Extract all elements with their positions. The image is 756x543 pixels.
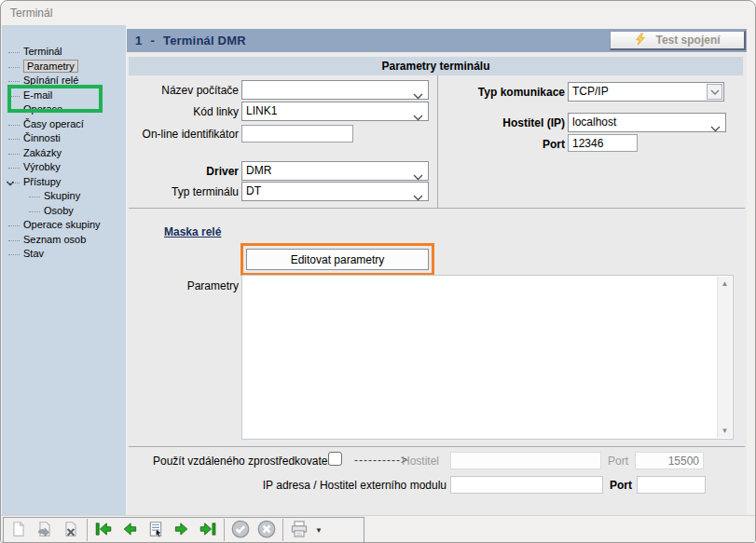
orange-highlight-annotation: Editovat parametry	[241, 243, 434, 276]
use-remote-broker-label: Použít vzdáleného zprostředkovatele	[153, 454, 324, 468]
tree-dots	[8, 183, 20, 183]
record-title: Terminál DMR	[163, 34, 246, 48]
tree-dots	[29, 211, 40, 212]
driver-combobox[interactable]: DMR	[241, 161, 429, 181]
parameters-panel: Parametry terminálu Název počítače Kód l…	[127, 52, 747, 515]
sidebar-item-stav[interactable]: Stav	[2, 247, 126, 262]
tree-dots	[8, 67, 20, 68]
toolbar-separator	[282, 519, 283, 541]
remote-host-label: Hostitel	[397, 454, 439, 468]
sidebar-item-terminal[interactable]: Terminál	[2, 45, 126, 60]
selected-item-label: Parametry	[23, 60, 78, 73]
edit-record-button[interactable]	[32, 519, 58, 541]
page-x-icon	[62, 521, 79, 540]
sidebar-item-email[interactable]: E-mail	[2, 88, 126, 103]
computer-name-label: Název počítače	[127, 83, 239, 98]
sidebar-tree: Terminál Parametry Spínání relé E-mail O…	[2, 25, 126, 515]
accept-button[interactable]	[227, 519, 254, 541]
sidebar-item-pristupy[interactable]: Přístupy	[2, 175, 126, 190]
tree-dots	[8, 154, 20, 155]
online-identifier-input[interactable]	[241, 125, 353, 143]
bottom-toolbar: ▼ ✔ OK ✖ Storno	[1, 515, 755, 543]
sidebar-item-operace-skupiny[interactable]: Operace skupiny	[2, 218, 126, 233]
sidebar-item-osoby[interactable]: Osoby	[2, 204, 126, 219]
check-circle-icon	[231, 520, 250, 541]
last-arrow-icon	[199, 521, 217, 540]
print-dropdown-caret[interactable]: ▼	[312, 519, 325, 541]
remote-port-label: Port	[593, 454, 628, 468]
previous-record-button[interactable]	[117, 519, 143, 541]
host-ip-combobox[interactable]: localhost	[568, 113, 726, 132]
next-record-button[interactable]	[169, 519, 195, 541]
tree-dots	[8, 52, 20, 53]
external-module-port-input[interactable]	[637, 476, 706, 494]
terminal-type-combobox[interactable]: DT	[241, 182, 429, 201]
communication-type-combobox[interactable]: TCP/IP	[568, 82, 724, 102]
sidebar-item-skupiny[interactable]: Skupiny	[2, 189, 126, 204]
record-separator: -	[150, 34, 155, 48]
delete-record-button[interactable]	[58, 519, 84, 541]
driver-label: Driver	[127, 164, 239, 179]
previous-arrow-icon	[120, 521, 139, 540]
scroll-up-icon[interactable]: ▲	[718, 279, 732, 288]
tree-dots	[8, 139, 20, 140]
vertical-scrollbar[interactable]: ▲ ▼	[717, 277, 732, 438]
sidebar-item-seznam-osob[interactable]: Seznam osob	[2, 233, 126, 248]
cancel-button[interactable]	[254, 519, 280, 541]
tree-dots	[8, 168, 20, 169]
line-code-combobox[interactable]: LINK1	[241, 102, 429, 121]
tree-dots	[8, 254, 20, 255]
parameters-label: Parametry	[127, 278, 239, 293]
scroll-down-icon[interactable]: ▼	[718, 427, 732, 435]
sidebar-item-spinani-rele[interactable]: Spínání relé	[2, 74, 126, 88]
communication-type-label: Typ komunikace	[437, 85, 565, 100]
new-page-icon	[10, 521, 27, 540]
online-identifier-label: On-line identifikátor	[127, 127, 239, 142]
sidebar-item-casy-operaci[interactable]: Časy operací	[2, 117, 126, 132]
new-record-button[interactable]	[6, 519, 32, 541]
host-ip-label: Hostitel (IP)	[437, 115, 565, 130]
port-label: Port	[437, 137, 565, 152]
browse-records-button[interactable]	[143, 519, 169, 541]
tree-dots	[8, 240, 20, 241]
record-list-icon	[147, 521, 164, 540]
window-title: Terminál	[10, 7, 52, 20]
chevron-down-icon	[707, 84, 722, 100]
use-remote-broker-checkbox[interactable]	[328, 452, 342, 466]
tree-dots	[8, 110, 20, 111]
terminal-window: Terminál Terminál Parametry Spínání relé…	[0, 0, 756, 543]
test-connection-label: Test spojení	[655, 34, 720, 47]
sidebar-item-cinnosti[interactable]: Činnosti	[2, 131, 126, 146]
sidebar-item-zakazky[interactable]: Zakázky	[2, 146, 126, 161]
port-input[interactable]	[568, 134, 638, 152]
record-number: 1	[135, 34, 142, 48]
external-module-ip-input[interactable]	[450, 476, 603, 494]
external-module-ip-label: IP adresa / Hostitel externího modulu	[248, 478, 447, 493]
terminal-type-label: Typ terminálu	[127, 184, 239, 199]
test-connection-button[interactable]: Test spojení	[610, 31, 746, 50]
section-header: Parametry terminálu	[129, 57, 743, 75]
print-button[interactable]	[286, 519, 312, 541]
toolbar-separator	[224, 519, 225, 541]
record-header-bar: 1-Terminál DMR Test spojení	[127, 29, 747, 52]
sidebar-item-vyrobky[interactable]: Výrobky	[2, 160, 126, 175]
relay-mask-link[interactable]: Maska relé	[164, 225, 221, 238]
sidebar-item-operace[interactable]: Operace	[2, 102, 126, 117]
edit-parameters-button[interactable]: Editovat parametry	[246, 249, 429, 270]
x-circle-icon	[257, 520, 276, 541]
first-record-button[interactable]	[90, 519, 117, 541]
remote-host-input[interactable]	[450, 452, 601, 469]
window-titlebar: Terminál	[1, 1, 755, 25]
line-code-label: Kód linky	[127, 104, 239, 119]
record-header-title: 1-Terminál DMR	[135, 34, 254, 48]
tree-dots	[8, 225, 20, 226]
separator-line	[129, 208, 745, 209]
tree-dots	[29, 197, 40, 197]
parameters-textarea[interactable]: ▲ ▼	[241, 275, 734, 440]
tree-dots	[8, 81, 20, 82]
record-toolbar: ▼	[3, 517, 364, 543]
sidebar-item-parametry[interactable]: Parametry	[2, 60, 126, 75]
last-record-button[interactable]	[195, 519, 221, 541]
remote-port-input[interactable]	[635, 452, 704, 469]
computer-name-combobox[interactable]	[241, 80, 429, 100]
